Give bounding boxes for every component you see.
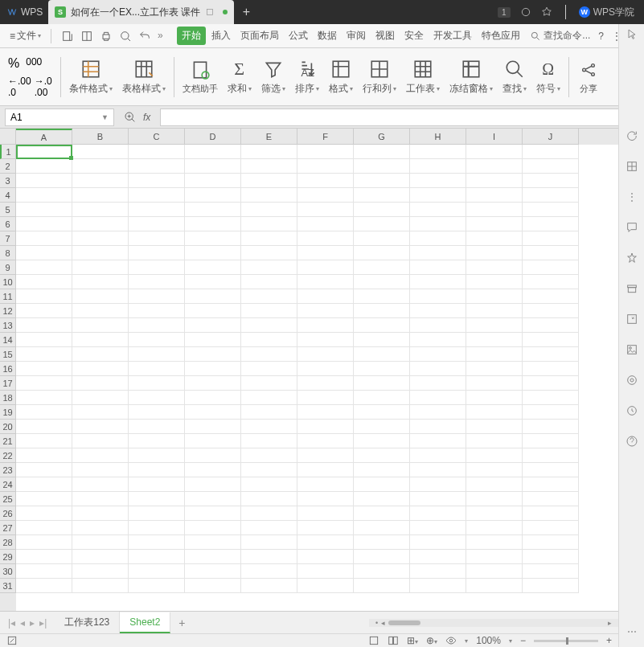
cell[interactable] (354, 550, 410, 564)
row-header-5[interactable]: 5 (0, 203, 16, 217)
cell[interactable] (16, 420, 72, 434)
row-header-6[interactable]: 6 (0, 217, 16, 231)
wps-college-link[interactable]: W WPS学院 (579, 6, 634, 19)
cell[interactable] (241, 376, 297, 391)
cell[interactable] (354, 217, 410, 231)
cell[interactable] (72, 188, 129, 203)
cell[interactable] (129, 174, 185, 188)
tab-dev[interactable]: 开发工具 (429, 27, 476, 45)
cell[interactable] (466, 405, 523, 420)
cell[interactable] (72, 492, 129, 506)
cell[interactable] (16, 550, 72, 564)
cell[interactable] (129, 318, 185, 333)
row-header-15[interactable]: 15 (0, 347, 16, 362)
row-header-11[interactable]: 11 (0, 289, 16, 304)
share-button[interactable]: 分享 (572, 48, 605, 105)
cell[interactable] (466, 333, 523, 347)
cell[interactable] (466, 159, 523, 174)
cell[interactable] (16, 188, 72, 203)
archive-icon[interactable] (625, 281, 639, 296)
cell[interactable] (72, 231, 129, 246)
cell[interactable] (129, 550, 185, 564)
cell[interactable] (410, 347, 466, 362)
cell[interactable] (410, 188, 466, 203)
doc-helper-button[interactable]: 文档助手 (178, 48, 223, 105)
cell[interactable] (72, 217, 129, 231)
cell[interactable] (523, 463, 579, 477)
cell[interactable] (410, 420, 466, 434)
cell[interactable] (410, 521, 466, 535)
cell[interactable] (129, 159, 185, 174)
add-sheet-button[interactable]: + (170, 616, 193, 629)
cell[interactable] (297, 492, 354, 506)
sort-button[interactable]: AZ 排序▾ (290, 48, 324, 105)
row-header-9[interactable]: 9 (0, 260, 16, 275)
cell[interactable] (523, 579, 579, 593)
cell[interactable] (129, 246, 185, 260)
row-header-19[interactable]: 19 (0, 405, 16, 420)
more-icon[interactable]: » (158, 30, 170, 43)
col-header-A[interactable]: A (16, 129, 72, 145)
open-icon[interactable] (80, 30, 93, 43)
cell[interactable] (16, 362, 72, 376)
cell[interactable] (16, 289, 72, 304)
star-icon[interactable] (625, 251, 639, 265)
cell[interactable] (185, 145, 241, 159)
cell[interactable] (16, 448, 72, 463)
cell[interactable] (185, 376, 241, 391)
cell[interactable] (466, 174, 523, 188)
cell[interactable] (523, 434, 579, 448)
cell[interactable] (354, 477, 410, 492)
print-icon[interactable] (100, 30, 113, 43)
cell[interactable] (466, 217, 523, 231)
cell[interactable] (523, 145, 579, 159)
zoom-slider[interactable] (534, 640, 598, 642)
row-header-16[interactable]: 16 (0, 362, 16, 376)
cell[interactable] (241, 260, 297, 275)
cell[interactable] (241, 159, 297, 174)
row-header-29[interactable]: 29 (0, 550, 16, 564)
view-layout-icon[interactable]: ⊞▾ (407, 635, 418, 646)
cell[interactable] (466, 477, 523, 492)
cell[interactable] (185, 434, 241, 448)
cell[interactable] (523, 535, 579, 550)
cell[interactable] (72, 420, 129, 434)
cell[interactable] (297, 463, 354, 477)
tab-security[interactable]: 安全 (400, 27, 428, 45)
col-header-G[interactable]: G (354, 129, 410, 145)
cell[interactable] (466, 535, 523, 550)
row-header-3[interactable]: 3 (0, 174, 16, 188)
cell[interactable] (72, 448, 129, 463)
cell[interactable] (16, 564, 72, 579)
cell[interactable] (72, 506, 129, 521)
cell[interactable] (466, 448, 523, 463)
tab-view[interactable]: 视图 (371, 27, 399, 45)
cell[interactable] (410, 448, 466, 463)
horizontal-scrollbar[interactable]: •◂ ▸ (369, 619, 618, 627)
cell[interactable] (129, 391, 185, 405)
cell[interactable] (129, 333, 185, 347)
cell[interactable] (185, 318, 241, 333)
col-header-J[interactable]: J (523, 129, 579, 145)
cell[interactable] (241, 579, 297, 593)
col-header-C[interactable]: C (129, 129, 185, 145)
cell[interactable] (354, 564, 410, 579)
cell[interactable] (466, 289, 523, 304)
cell[interactable] (297, 203, 354, 217)
col-header-D[interactable]: D (185, 129, 241, 145)
sheet-tab-1[interactable]: 工作表123 (55, 612, 120, 633)
cell[interactable] (16, 391, 72, 405)
cell[interactable] (354, 188, 410, 203)
cell[interactable] (466, 550, 523, 564)
cell[interactable] (297, 579, 354, 593)
cell[interactable] (72, 260, 129, 275)
cell[interactable] (16, 246, 72, 260)
cell[interactable] (466, 420, 523, 434)
percent-button[interactable]: % (8, 56, 19, 71)
cell[interactable] (16, 333, 72, 347)
cell[interactable] (241, 174, 297, 188)
cell[interactable] (129, 506, 185, 521)
cell[interactable] (354, 246, 410, 260)
cell[interactable] (297, 145, 354, 159)
cell[interactable] (185, 260, 241, 275)
